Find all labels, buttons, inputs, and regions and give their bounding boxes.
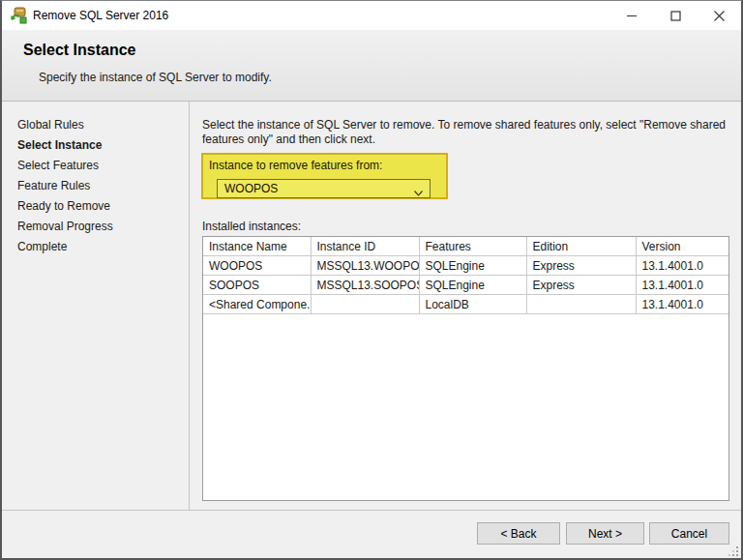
cell-edition: Express <box>526 276 636 295</box>
installed-instances-label: Installed instances: <box>202 220 301 233</box>
instance-combobox-value: WOOPOS <box>218 182 278 195</box>
wizard-steps-sidebar: Global Rules Select Instance Select Feat… <box>2 102 189 512</box>
cell-version: 13.1.4001.0 <box>636 276 728 295</box>
cell-instance-id <box>311 295 419 314</box>
instance-picker-label: Instance to remove features from: <box>209 159 382 172</box>
cancel-button[interactable]: Cancel <box>649 522 729 545</box>
column-header-instance-id[interactable]: Instance ID <box>311 237 419 256</box>
page-header: Select Instance Specify the instance of … <box>2 30 741 102</box>
sidebar-item-global-rules[interactable]: Global Rules <box>17 115 189 135</box>
close-icon <box>714 11 725 21</box>
maximize-button[interactable] <box>654 1 698 30</box>
table-row[interactable]: SOOPOS MSSQL13.SOOPOS SQLEngine Express … <box>203 276 728 295</box>
page-title: Select Instance <box>23 42 136 59</box>
table-row[interactable]: <Shared Compone... LocalDB 13.1.4001.0 <box>203 295 728 314</box>
cell-features: LocalDB <box>419 295 526 314</box>
cell-version: 13.1.4001.0 <box>636 256 728 276</box>
next-button[interactable]: Next > <box>566 522 644 545</box>
cell-instance-id: MSSQL13.SOOPOS <box>311 276 419 295</box>
instruction-line-2: features only" and then click next. <box>202 133 732 147</box>
wizard-footer: < Back Next > Cancel <box>2 510 741 558</box>
titlebar: Remove SQL Server 2016 <box>2 1 741 30</box>
table-row[interactable]: WOOPOS MSSQL13.WOOPOS SQLEngine Express … <box>203 256 728 276</box>
instruction-line-1: Select the instance of SQL Server to rem… <box>202 118 732 133</box>
instruction-text: Select the instance of SQL Server to rem… <box>202 118 732 147</box>
sidebar-item-removal-progress[interactable]: Removal Progress <box>17 217 189 237</box>
cell-features: SQLEngine <box>419 276 526 295</box>
resize-grip[interactable] <box>728 545 738 555</box>
cell-edition <box>526 295 636 314</box>
sidebar-item-feature-rules[interactable]: Feature Rules <box>17 176 189 196</box>
instance-picker-highlight: Instance to remove features from: WOOPOS <box>201 153 448 199</box>
sidebar-item-ready-to-remove[interactable]: Ready to Remove <box>17 196 189 217</box>
page-subtitle: Specify the instance of SQL Server to mo… <box>39 71 272 84</box>
cell-instance-name: <Shared Compone... <box>203 295 311 314</box>
window-title: Remove SQL Server 2016 <box>33 9 168 22</box>
back-button[interactable]: < Back <box>477 522 560 545</box>
close-button[interactable] <box>698 1 741 30</box>
main-content: Select the instance of SQL Server to rem… <box>190 102 741 512</box>
wizard-window: Remove SQL Server 2016 Select Instance S… <box>0 0 743 560</box>
column-header-edition[interactable]: Edition <box>526 237 636 256</box>
chevron-down-icon <box>414 186 423 199</box>
cell-edition: Express <box>526 256 636 276</box>
installed-instances-list[interactable]: Instance Name Instance ID Features Editi… <box>202 236 729 501</box>
cell-instance-name: WOOPOS <box>203 256 311 276</box>
wizard-body: Global Rules Select Instance Select Feat… <box>2 102 741 512</box>
minimize-button[interactable] <box>610 1 654 30</box>
cell-instance-id: MSSQL13.WOOPOS <box>311 256 419 276</box>
minimize-icon <box>627 11 638 21</box>
table-header-row: Instance Name Instance ID Features Editi… <box>203 237 728 256</box>
column-header-instance-name[interactable]: Instance Name <box>203 237 311 256</box>
sidebar-item-select-instance[interactable]: Select Instance <box>17 135 189 156</box>
installed-instances-table: Instance Name Instance ID Features Editi… <box>203 237 728 314</box>
instance-combobox[interactable]: WOOPOS <box>217 179 431 198</box>
cell-version: 13.1.4001.0 <box>636 295 728 314</box>
sidebar-item-select-features[interactable]: Select Features <box>17 156 189 176</box>
maximize-icon <box>670 11 681 21</box>
column-header-features[interactable]: Features <box>419 237 526 256</box>
column-header-version[interactable]: Version <box>636 237 728 256</box>
sidebar-item-complete[interactable]: Complete <box>17 237 189 257</box>
sql-server-setup-icon <box>10 7 27 24</box>
cell-features: SQLEngine <box>419 256 526 276</box>
cell-instance-name: SOOPOS <box>203 276 311 295</box>
